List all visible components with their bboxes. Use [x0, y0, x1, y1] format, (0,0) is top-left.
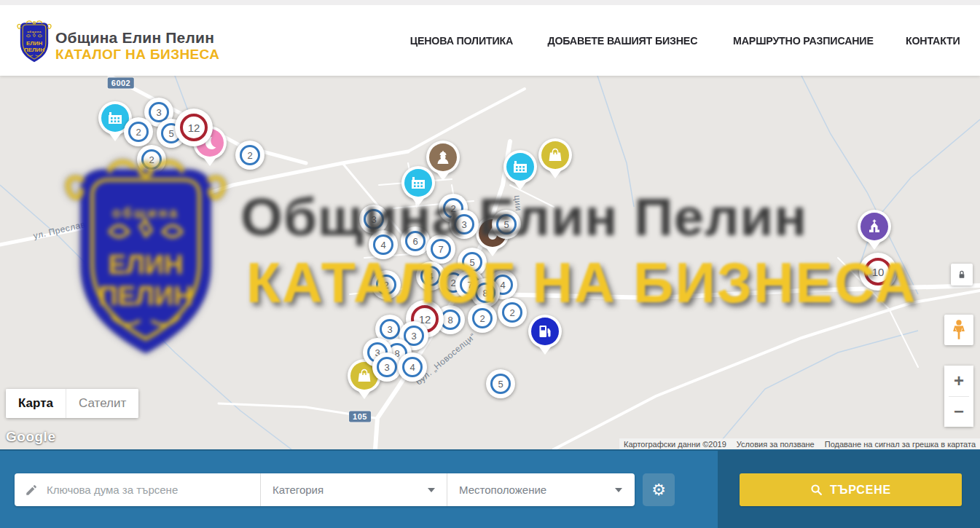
main-nav: ЦЕНОВА ПОЛИТИКАДОБАВЕТЕ ВАШИЯТ БИЗНЕСМАР…	[407, 5, 962, 76]
site-title-line2: КАТАЛОГ НА БИЗНЕСА	[55, 47, 219, 63]
map-type-satellite-button[interactable]: Сателит	[66, 389, 138, 418]
nav-item-contacts[interactable]: КОНТАКТИ	[906, 34, 960, 47]
cluster-count: 2	[128, 122, 149, 142]
advanced-settings-button[interactable]: ⚙	[643, 473, 675, 506]
search-box: Категория Местоположение	[15, 473, 635, 506]
cluster-marker[interactable]: 2	[137, 145, 166, 174]
gear-icon: ⚙	[651, 481, 666, 499]
cluster-count: 2	[141, 149, 162, 170]
pegman-icon	[951, 319, 967, 341]
search-button-label: ТЪРСЕНЕ	[830, 484, 891, 497]
nav-item-route-schedule[interactable]: МАРШРУТНО РАЗПИСАНИЕ	[733, 34, 874, 47]
search-icon	[810, 484, 823, 496]
search-button[interactable]: ТЪРСЕНЕ	[740, 473, 962, 506]
cluster-marker[interactable]: 3	[372, 352, 401, 382]
cluster-marker[interactable]: 2	[124, 117, 153, 146]
cluster-marker[interactable]: 2	[498, 298, 527, 327]
cluster-marker[interactable]: 2	[235, 141, 264, 170]
svg-text:ПЕЛИН: ПЕЛИН	[24, 47, 44, 53]
category-select[interactable]: Категория	[261, 473, 447, 506]
map-pin-fuel[interactable]	[528, 315, 562, 348]
street-label: ции	[512, 195, 524, 212]
cluster-marker[interactable]: 2	[372, 270, 401, 299]
fuel-icon	[531, 318, 559, 345]
cluster-marker[interactable]: 3	[450, 210, 479, 239]
zoom-out-button[interactable]: −	[944, 397, 973, 427]
cluster-marker[interactable]: 12	[175, 109, 213, 146]
cluster-count: 5	[462, 252, 482, 272]
map-pin-factory[interactable]	[401, 166, 435, 200]
cluster-count: 2	[502, 302, 522, 323]
cluster-count: 5	[490, 374, 511, 394]
cluster-count: 3	[380, 319, 400, 339]
cluster-marker[interactable]: 10	[859, 253, 897, 291]
municipality-crest-logo[interactable]: община ЕЛИН ПЕЛИН	[16, 20, 52, 68]
cluster-count: 3	[364, 209, 384, 229]
cluster-count: 4	[402, 357, 423, 377]
bag-icon	[541, 141, 569, 169]
nav-item-pricing[interactable]: ЦЕНОВА ПОЛИТИКА	[410, 34, 513, 47]
svg-text:ЕЛИН: ЕЛИН	[26, 40, 43, 47]
cluster-count: 10	[864, 258, 892, 285]
map-attribution: Картографски данни ©2019Условия за ползв…	[619, 438, 980, 449]
cluster-count: 4	[373, 235, 393, 255]
map-pin-worker[interactable]	[426, 141, 460, 174]
zoom-control: + −	[944, 366, 973, 427]
cluster-count: 5	[496, 214, 517, 235]
keyword-search-input[interactable]	[47, 484, 250, 496]
pencil-icon	[25, 484, 38, 497]
road-shield-6002: 6002	[108, 78, 134, 89]
map-type-control: Карта Сателит	[6, 389, 138, 418]
location-select[interactable]: Местоположение	[447, 473, 634, 506]
cluster-count: 12	[180, 114, 208, 141]
cluster-count: 4	[420, 266, 441, 286]
cluster-count: 3	[377, 357, 397, 377]
attribution-item-1[interactable]: Условия за ползване	[737, 440, 815, 449]
cluster-marker[interactable]: 4	[398, 352, 427, 382]
map-pin-bag[interactable]	[538, 138, 572, 172]
church-icon	[861, 213, 888, 240]
cluster-count: 2	[376, 275, 396, 295]
site-title-line1: Община Елин Пелин	[55, 29, 219, 47]
cluster-count: 2	[472, 308, 493, 328]
header: община ЕЛИН ПЕЛИН Община Елин Пелин КАТА…	[0, 0, 980, 76]
cluster-count: 7	[431, 239, 451, 259]
lock-icon[interactable]	[951, 264, 973, 285]
cluster-count: 2	[240, 145, 260, 165]
cluster-marker[interactable]: 5	[486, 369, 515, 398]
google-logo[interactable]: Google	[6, 429, 55, 445]
site-title: Община Елин Пелин КАТАЛОГ НА БИЗНЕСА	[55, 29, 219, 63]
factory-icon	[404, 169, 432, 197]
worker-icon	[429, 143, 457, 171]
search-panel: Категория Местоположение ⚙ ТЪРСЕНЕ	[0, 449, 980, 528]
map-canvas[interactable]: 6002105 ул. Преславбул. „Новоселци“ции	[0, 76, 980, 449]
cluster-marker[interactable]: 6	[401, 226, 430, 256]
keyword-field-wrap	[15, 473, 261, 506]
factory-icon	[506, 153, 534, 181]
map-pin-factory[interactable]	[503, 150, 537, 184]
attribution-item-2[interactable]: Подаване на сигнал за грешка в картата	[825, 440, 976, 449]
attribution-item-0: Картографски данни ©2019	[624, 440, 726, 449]
map-type-map-button[interactable]: Карта	[6, 389, 66, 418]
cluster-count: 6	[405, 231, 426, 251]
chevron-down-icon	[615, 488, 622, 492]
category-select-value: Категория	[273, 484, 324, 496]
location-select-value: Местоположение	[459, 484, 546, 496]
cluster-marker[interactable]: 2	[468, 304, 497, 333]
cluster-marker[interactable]: 7	[426, 235, 455, 264]
nav-item-add-business[interactable]: ДОБАВЕТЕ ВАШИЯТ БИЗНЕС	[547, 34, 697, 47]
cluster-marker[interactable]: 3	[359, 205, 388, 234]
map-pin-church[interactable]	[858, 210, 891, 243]
chevron-down-icon	[428, 488, 435, 492]
cluster-marker[interactable]: 5	[492, 210, 521, 239]
cluster-count: 8	[475, 283, 495, 303]
cluster-marker[interactable]: 8	[471, 278, 500, 307]
zoom-in-button[interactable]: +	[944, 366, 973, 396]
pegman-street-view-button[interactable]	[944, 315, 973, 345]
cluster-count: 3	[454, 214, 474, 235]
cluster-marker[interactable]: 4	[369, 230, 398, 259]
road-shield-105: 105	[349, 411, 371, 422]
